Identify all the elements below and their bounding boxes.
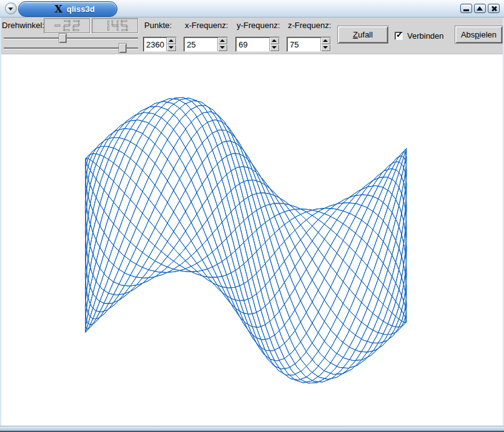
spin-down-button[interactable] (270, 44, 279, 51)
y-frequenz-spinbox[interactable]: 69 (235, 37, 280, 52)
verbinden-label: Verbinden (407, 31, 444, 41)
slider-handle[interactable] (59, 33, 67, 43)
zufall-button[interactable]: Zufall (337, 26, 388, 44)
y-frequenz-value[interactable]: 69 (236, 37, 269, 51)
maximize-button[interactable] (474, 4, 486, 13)
abspielen-button[interactable]: Abspielen (455, 26, 503, 44)
spin-up-button[interactable] (218, 37, 227, 44)
punkte-label: Punkte: (144, 21, 172, 30)
z-frequenz-value[interactable]: 75 (287, 37, 320, 51)
window-controls (460, 4, 500, 13)
drehwinkel-label: Drehwinkel: (2, 21, 44, 30)
close-icon (488, 4, 499, 12)
slider-groove (4, 47, 138, 49)
x-frequenz-spinbox[interactable]: 25 (184, 37, 228, 52)
arrow-up-icon (272, 39, 277, 42)
rotation-slider-2[interactable] (2, 43, 139, 53)
spin-down-button[interactable] (218, 44, 227, 51)
punkte-spinbox[interactable]: 2360 (143, 37, 177, 52)
x11-logo-icon: X (54, 4, 62, 14)
slider-groove (4, 37, 138, 39)
x-frequenz-label: x-Frequenz: (185, 21, 228, 30)
slider-handle[interactable] (119, 43, 127, 53)
rotation-slider-1[interactable] (2, 33, 139, 43)
spin-up-button[interactable] (321, 37, 330, 44)
spin-down-button[interactable] (321, 44, 330, 51)
verbinden-group: ✓ Verbinden (395, 31, 444, 41)
x-frequenz-value[interactable]: 25 (184, 37, 217, 51)
angle-lcd-1 (44, 18, 90, 33)
toolbar: Drehwinkel: Punkte: 2360 x-Frequenz: (1, 17, 503, 54)
minimize-icon (463, 9, 469, 11)
close-button[interactable] (488, 4, 500, 13)
window-bottom-frame (0, 426, 504, 432)
z-frequenz-spinbox[interactable]: 75 (287, 37, 331, 52)
arrow-up-icon (220, 39, 225, 42)
check-icon: ✓ (396, 31, 403, 39)
arrow-down-icon (323, 46, 328, 49)
window-title: qliss3d (67, 4, 95, 14)
arrow-down-icon (169, 46, 174, 49)
verbinden-checkbox[interactable]: ✓ (395, 32, 403, 40)
spin-buttons (269, 37, 279, 51)
arrow-up-icon (323, 39, 328, 42)
punkte-value[interactable]: 2360 (144, 37, 166, 51)
chevron-down-icon (8, 7, 13, 11)
arrow-up-icon (169, 39, 174, 42)
spin-up-button[interactable] (167, 37, 176, 44)
spin-buttons (217, 37, 227, 51)
z-frequenz-label: z-Frequenz: (288, 21, 331, 30)
title-tab[interactable]: X qliss3d (18, 1, 117, 17)
arrow-down-icon (272, 46, 277, 49)
spin-up-button[interactable] (270, 37, 279, 44)
maximize-icon (477, 6, 483, 11)
minimize-button[interactable] (460, 4, 472, 13)
app-window: X qliss3d Drehwinkel: Punkt (0, 0, 504, 432)
y-frequenz-label: y-Frequenz: (237, 21, 280, 30)
window-border-left (0, 17, 1, 426)
lissajous-canvas[interactable] (1, 54, 503, 426)
window-menu-button[interactable] (5, 2, 17, 14)
spin-buttons (320, 37, 330, 51)
plot-area[interactable] (1, 54, 503, 426)
titlebar[interactable]: X qliss3d (0, 0, 504, 17)
spin-buttons (166, 37, 176, 51)
spin-down-button[interactable] (167, 44, 176, 51)
arrow-down-icon (220, 46, 225, 49)
angle-lcd-2 (92, 18, 138, 33)
